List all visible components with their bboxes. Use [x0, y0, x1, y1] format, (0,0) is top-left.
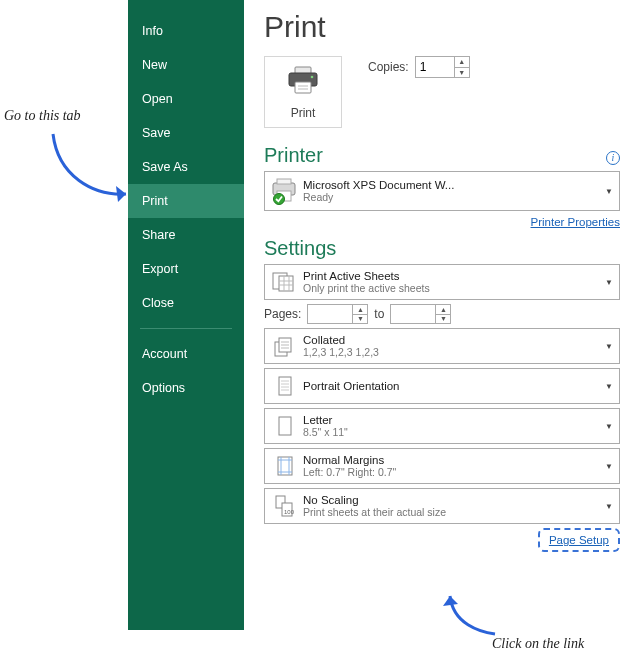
pages-to-label: to: [374, 307, 384, 321]
portrait-icon: [269, 371, 299, 401]
orientation-dropdown[interactable]: Portrait Orientation ▼: [264, 368, 620, 404]
chevron-down-icon: ▼: [605, 422, 613, 431]
collated-line1: Collated: [303, 334, 601, 346]
svg-point-3: [311, 75, 314, 78]
scaling-line1: No Scaling: [303, 494, 601, 506]
annotation-click-link: Click on the link: [492, 636, 584, 652]
sidebar-item-open[interactable]: Open: [128, 82, 244, 116]
app-frame: Info New Open Save Save As Print Share E…: [128, 0, 640, 630]
sidebar-item-info[interactable]: Info: [128, 14, 244, 48]
paper-line2: 8.5" x 11": [303, 426, 601, 438]
sidebar-item-new[interactable]: New: [128, 48, 244, 82]
arrow-to-tab: [38, 126, 138, 216]
page-setup-link[interactable]: Page Setup: [549, 534, 609, 546]
copies-input[interactable]: [416, 57, 454, 77]
page-title: Print: [264, 10, 620, 44]
page-setup-highlight: Page Setup: [538, 528, 620, 552]
orientation-line1: Portrait Orientation: [303, 380, 601, 392]
sidebar-item-account[interactable]: Account: [128, 337, 244, 371]
sidebar-item-save-as[interactable]: Save As: [128, 150, 244, 184]
chevron-down-icon: ▼: [605, 502, 613, 511]
paper-size-dropdown[interactable]: Letter 8.5" x 11" ▼: [264, 408, 620, 444]
pages-label: Pages:: [264, 307, 301, 321]
scaling-icon: 100: [269, 491, 299, 521]
copies-down[interactable]: ▼: [454, 67, 469, 78]
svg-rect-11: [279, 276, 293, 291]
printer-heading: Printer: [264, 144, 323, 167]
chevron-down-icon: ▼: [605, 278, 613, 287]
pages-from-down[interactable]: ▼: [352, 314, 367, 324]
sheets-icon: [269, 267, 299, 297]
chevron-down-icon: ▼: [605, 187, 613, 196]
copies-up[interactable]: ▲: [454, 57, 469, 67]
margins-dropdown[interactable]: Normal Margins Left: 0.7" Right: 0.7" ▼: [264, 448, 620, 484]
collated-icon: [269, 331, 299, 361]
pages-to-up[interactable]: ▲: [435, 305, 450, 314]
print-button-label: Print: [291, 106, 316, 120]
collated-line2: 1,2,3 1,2,3 1,2,3: [303, 346, 601, 358]
page-icon: [269, 411, 299, 441]
sidebar-item-close[interactable]: Close: [128, 286, 244, 320]
active-sheets-line2: Only print the active sheets: [303, 282, 601, 294]
copies-label: Copies:: [368, 60, 409, 74]
sidebar-separator: [140, 328, 232, 329]
svg-text:100: 100: [284, 509, 295, 515]
scaling-dropdown[interactable]: 100 No Scaling Print sheets at their act…: [264, 488, 620, 524]
printer-info-icon[interactable]: i: [606, 151, 620, 165]
printer-icon: [286, 65, 320, 98]
margins-line1: Normal Margins: [303, 454, 601, 466]
pages-from-input[interactable]: [308, 305, 352, 323]
pages-from-up[interactable]: ▲: [352, 305, 367, 314]
backstage-sidebar: Info New Open Save Save As Print Share E…: [128, 0, 244, 630]
chevron-down-icon: ▼: [605, 382, 613, 391]
sidebar-item-options[interactable]: Options: [128, 371, 244, 405]
printer-status: Ready: [303, 191, 601, 203]
printer-ready-icon: [269, 176, 299, 206]
printer-properties-link[interactable]: Printer Properties: [531, 216, 620, 228]
scaling-line2: Print sheets at their actual size: [303, 506, 601, 518]
collated-dropdown[interactable]: Collated 1,2,3 1,2,3 1,2,3 ▼: [264, 328, 620, 364]
sidebar-item-print[interactable]: Print: [128, 184, 244, 218]
pages-to-input[interactable]: [391, 305, 435, 323]
print-panel: Print Print Copies:: [244, 0, 640, 630]
active-sheets-line1: Print Active Sheets: [303, 270, 601, 282]
svg-rect-21: [279, 377, 291, 395]
svg-rect-2: [295, 82, 311, 93]
printer-dropdown[interactable]: Microsoft XPS Document W... Ready ▼: [264, 171, 620, 211]
chevron-down-icon: ▼: [605, 342, 613, 351]
sidebar-item-save[interactable]: Save: [128, 116, 244, 150]
printer-name: Microsoft XPS Document W...: [303, 179, 601, 191]
sidebar-item-share[interactable]: Share: [128, 218, 244, 252]
svg-rect-7: [277, 179, 291, 184]
pages-to-down[interactable]: ▼: [435, 314, 450, 324]
print-active-sheets-dropdown[interactable]: Print Active Sheets Only print the activ…: [264, 264, 620, 300]
margins-line2: Left: 0.7" Right: 0.7": [303, 466, 601, 478]
annotation-go-to-tab: Go to this tab: [4, 108, 81, 124]
settings-heading: Settings: [264, 237, 620, 260]
chevron-down-icon: ▼: [605, 462, 613, 471]
margins-icon: [269, 451, 299, 481]
print-button[interactable]: Print: [264, 56, 342, 128]
sidebar-item-export[interactable]: Export: [128, 252, 244, 286]
svg-rect-26: [279, 417, 291, 435]
paper-line1: Letter: [303, 414, 601, 426]
